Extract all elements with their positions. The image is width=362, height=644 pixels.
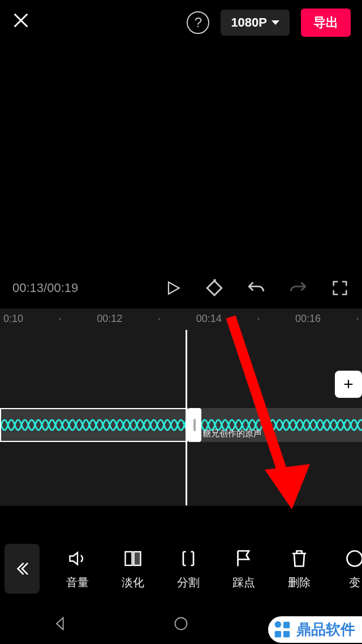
add-clip-button[interactable]: + bbox=[335, 371, 362, 398]
svg-rect-2 bbox=[134, 552, 141, 565]
resolution-label: 1080P bbox=[231, 15, 267, 30]
play-icon[interactable] bbox=[163, 278, 182, 298]
svg-point-4 bbox=[175, 618, 187, 630]
chevron-down-icon bbox=[272, 20, 279, 25]
fullscreen-icon[interactable] bbox=[330, 278, 350, 298]
resolution-selector[interactable]: 1080P bbox=[221, 10, 290, 36]
header: ? 1080P 导出 bbox=[0, 0, 362, 45]
flag-icon bbox=[233, 548, 255, 569]
tool-label: 变 bbox=[349, 575, 360, 590]
playhead[interactable] bbox=[186, 330, 187, 505]
keyframe-icon[interactable] bbox=[205, 278, 224, 298]
split-icon bbox=[178, 548, 199, 569]
timeline[interactable]: 0:10 • 00:12 • 00:14 • 00:16 • + 糖兄创作的原声 bbox=[0, 308, 362, 506]
tool-split[interactable]: 分割 bbox=[161, 548, 216, 590]
clip-label: 糖兄创作的原声 bbox=[202, 428, 262, 439]
tool-label: 音量 bbox=[66, 575, 89, 590]
fade-icon bbox=[122, 548, 144, 569]
preview-area bbox=[0, 45, 362, 271]
tool-fade[interactable]: 淡化 bbox=[105, 548, 161, 590]
export-button[interactable]: 导出 bbox=[301, 8, 351, 37]
playback-controls: 00:13/00:19 bbox=[0, 271, 362, 308]
back-button[interactable] bbox=[5, 544, 40, 594]
timecode: 00:13/00:19 bbox=[12, 281, 160, 295]
clip-selected[interactable] bbox=[0, 408, 188, 442]
svg-rect-8 bbox=[275, 630, 281, 637]
tool-beat[interactable]: 踩点 bbox=[216, 548, 272, 590]
nav-home-icon[interactable] bbox=[173, 616, 189, 634]
close-icon[interactable] bbox=[11, 11, 31, 35]
redo-icon[interactable] bbox=[288, 278, 308, 298]
toolbar: 音量 淡化 分割 踩点 删除 bbox=[0, 538, 362, 600]
svg-rect-9 bbox=[283, 630, 290, 637]
help-icon[interactable]: ? bbox=[187, 11, 209, 34]
svg-point-3 bbox=[347, 551, 363, 566]
watermark-logo-icon bbox=[272, 619, 293, 641]
nav-back-icon[interactable] bbox=[53, 616, 68, 634]
audio-track[interactable]: 糖兄创作的原声 bbox=[0, 408, 362, 442]
tool-transform[interactable]: 变 bbox=[327, 548, 362, 590]
tool-label: 淡化 bbox=[122, 575, 144, 590]
clip-handle[interactable] bbox=[188, 408, 201, 442]
volume-icon bbox=[67, 548, 88, 569]
tool-label: 分割 bbox=[177, 575, 200, 590]
tool-volume[interactable]: 音量 bbox=[50, 548, 105, 590]
svg-point-6 bbox=[275, 621, 281, 627]
waveform-icon bbox=[1, 414, 188, 436]
undo-icon[interactable] bbox=[247, 278, 266, 298]
transform-icon bbox=[344, 548, 362, 569]
watermark: 鼎品软件 bbox=[268, 616, 362, 643]
watermark-text: 鼎品软件 bbox=[296, 620, 355, 639]
trash-icon bbox=[288, 548, 310, 569]
tool-label: 踩点 bbox=[232, 575, 255, 590]
svg-rect-7 bbox=[283, 621, 290, 628]
video-preview[interactable] bbox=[119, 48, 243, 271]
tool-label: 删除 bbox=[288, 575, 311, 590]
svg-rect-1 bbox=[126, 552, 132, 565]
tool-delete[interactable]: 删除 bbox=[272, 548, 327, 590]
timeline-ruler: 0:10 • 00:12 • 00:14 • 00:16 • bbox=[0, 308, 362, 329]
